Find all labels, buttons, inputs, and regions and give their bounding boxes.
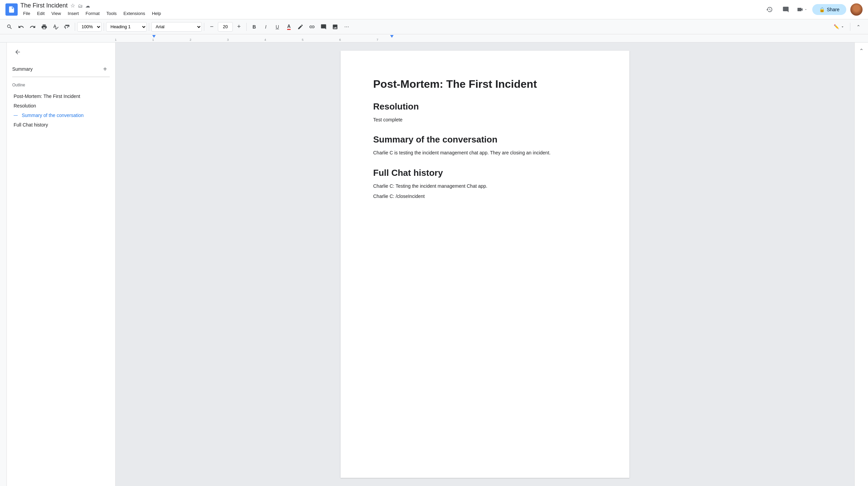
menu-file[interactable]: File xyxy=(20,10,33,17)
italic-button[interactable]: I xyxy=(260,21,271,32)
svg-rect-1 xyxy=(10,11,13,11)
separator-4 xyxy=(204,23,204,31)
doc-title-row: The First Incident ☆ 🗂 ☁ xyxy=(20,2,761,9)
doc-main-title[interactable]: Post-Mortem: The First Incident xyxy=(373,78,597,90)
outline-item-full-chat[interactable]: Full Chat history xyxy=(12,120,110,130)
section-heading-full-chat[interactable]: Full Chat history xyxy=(373,168,597,178)
outline-item-label: Post-Mortem: The First Incident xyxy=(14,94,80,99)
undo-button[interactable] xyxy=(16,21,27,32)
menu-extensions[interactable]: Extensions xyxy=(121,10,148,17)
lock-icon: 🔒 xyxy=(819,7,825,12)
decrease-font-button[interactable]: − xyxy=(206,21,217,32)
toolbar: 100% 75% 50% 125% 150% Heading 1 Normal … xyxy=(0,19,868,34)
toolbar-right: ✏️ ⌃ xyxy=(831,21,864,32)
section-heading-resolution[interactable]: Resolution xyxy=(373,101,597,112)
separator-1 xyxy=(75,23,75,31)
app-icon[interactable] xyxy=(5,3,18,16)
left-indent-marker[interactable] xyxy=(152,35,156,38)
title-section: The First Incident ☆ 🗂 ☁ File Edit View … xyxy=(20,2,761,17)
section-body-chat-1[interactable]: Charlie C: /closeIncident xyxy=(373,192,597,200)
sidebar-back-button[interactable] xyxy=(12,47,23,57)
menu-view[interactable]: View xyxy=(49,10,64,17)
more-button[interactable]: ⋯ xyxy=(341,21,352,32)
style-select[interactable]: Heading 1 Normal text Heading 2 Heading … xyxy=(106,22,147,32)
doc-title-text[interactable]: The First Incident xyxy=(20,2,68,9)
comment-button[interactable] xyxy=(318,21,329,32)
section-heading-summary[interactable]: Summary of the conversation xyxy=(373,134,597,145)
share-button[interactable]: 🔒 Share xyxy=(812,4,846,15)
share-label: Share xyxy=(827,7,839,12)
menu-edit[interactable]: Edit xyxy=(34,10,47,17)
edit-mode-button[interactable]: ✏️ xyxy=(831,21,847,32)
text-color-button[interactable]: A xyxy=(283,21,294,32)
section-body-resolution-0[interactable]: Test complete xyxy=(373,116,597,123)
outline-item-post-mortem[interactable]: Post-Mortem: The First Incident xyxy=(12,91,110,101)
right-panel-scroll-top[interactable]: ⌃ xyxy=(856,45,867,56)
collapse-toolbar-button[interactable]: ⌃ xyxy=(853,21,864,32)
font-size-input[interactable]: 20 xyxy=(218,22,233,32)
separator-6 xyxy=(850,23,850,31)
history-button[interactable] xyxy=(763,3,776,16)
ruler: 1 1 2 3 4 5 6 7 xyxy=(0,34,868,43)
user-avatar[interactable] xyxy=(850,3,863,16)
outline-item-label: Resolution xyxy=(14,103,36,108)
section-body-summary-0[interactable]: Charlie C is testing the incident manage… xyxy=(373,149,597,156)
favorite-icon[interactable]: ☆ xyxy=(70,2,75,9)
redo-button[interactable] xyxy=(27,21,38,32)
outline-item-label: Full Chat history xyxy=(14,122,48,128)
video-button[interactable] xyxy=(796,3,808,16)
folder-icon[interactable]: 🗂 xyxy=(78,3,83,9)
header-right: 🔒 Share xyxy=(763,3,863,16)
ruler-tick-8: 7 xyxy=(377,38,378,41)
zoom-select[interactable]: 100% 75% 50% 125% 150% xyxy=(77,22,102,32)
ruler-inner: 1 1 2 3 4 5 6 7 xyxy=(115,34,421,42)
ruler-tick-3: 2 xyxy=(190,38,191,41)
sidebar-add-button[interactable]: + xyxy=(100,64,110,74)
increase-font-button[interactable]: + xyxy=(233,21,244,32)
cloud-icon[interactable]: ☁ xyxy=(85,3,90,9)
ruler-tick-5: 4 xyxy=(264,38,266,41)
sidebar-summary-section: Summary + xyxy=(12,62,110,77)
font-select[interactable]: Arial Times New Roman Courier New xyxy=(151,22,202,32)
menu-help[interactable]: Help xyxy=(149,10,164,17)
comments-button[interactable] xyxy=(780,3,792,16)
section-body-chat-0[interactable]: Charlie C: Testing the incident manageme… xyxy=(373,182,597,190)
menu-tools[interactable]: Tools xyxy=(104,10,119,17)
image-button[interactable] xyxy=(330,21,341,32)
paint-format-button[interactable] xyxy=(62,21,73,32)
highlight-button[interactable] xyxy=(295,21,306,32)
title-bar: The First Incident ☆ 🗂 ☁ File Edit View … xyxy=(0,0,868,19)
menu-format[interactable]: Format xyxy=(83,10,102,17)
menu-insert[interactable]: Insert xyxy=(65,10,82,17)
bold-button[interactable]: B xyxy=(249,21,260,32)
svg-rect-0 xyxy=(10,10,12,10)
spellcheck-button[interactable] xyxy=(50,21,61,32)
main-area: Summary + Outline Post-Mortem: The First… xyxy=(0,43,868,486)
document-area[interactable]: Post-Mortem: The First Incident Resoluti… xyxy=(116,43,854,486)
right-indent-marker[interactable] xyxy=(390,35,394,38)
outline-item-label: Summary of the conversation xyxy=(22,113,84,118)
outline-item-resolution[interactable]: Resolution xyxy=(12,101,110,111)
sidebar-summary-label: Summary xyxy=(12,66,33,72)
ruler-tick-6: 5 xyxy=(302,38,303,41)
menu-bar: File Edit View Insert Format Tools Exten… xyxy=(20,10,761,17)
title-icons: ☆ 🗂 ☁ xyxy=(70,2,90,9)
ruler-tick-7: 6 xyxy=(339,38,341,41)
doc-page[interactable]: Post-Mortem: The First Incident Resoluti… xyxy=(341,51,629,478)
separator-3 xyxy=(149,23,149,31)
ruler-tick-2: 1 xyxy=(152,38,154,41)
ruler-tick-4: 3 xyxy=(227,38,229,41)
ruler-tick-1: 1 xyxy=(115,38,117,41)
pencil-icon: ✏️ xyxy=(834,24,839,29)
search-button[interactable] xyxy=(4,21,15,32)
right-panel: ⌃ xyxy=(854,43,868,486)
link-button[interactable] xyxy=(307,21,317,32)
outline-item-summary-conversation[interactable]: Summary of the conversation xyxy=(12,111,110,120)
separator-2 xyxy=(104,23,104,31)
print-button[interactable] xyxy=(39,21,50,32)
vertical-ruler xyxy=(0,43,7,486)
separator-5 xyxy=(246,23,247,31)
underline-button[interactable]: U xyxy=(272,21,283,32)
sidebar-outline-label: Outline xyxy=(12,83,110,87)
sidebar: Summary + Outline Post-Mortem: The First… xyxy=(7,43,116,486)
